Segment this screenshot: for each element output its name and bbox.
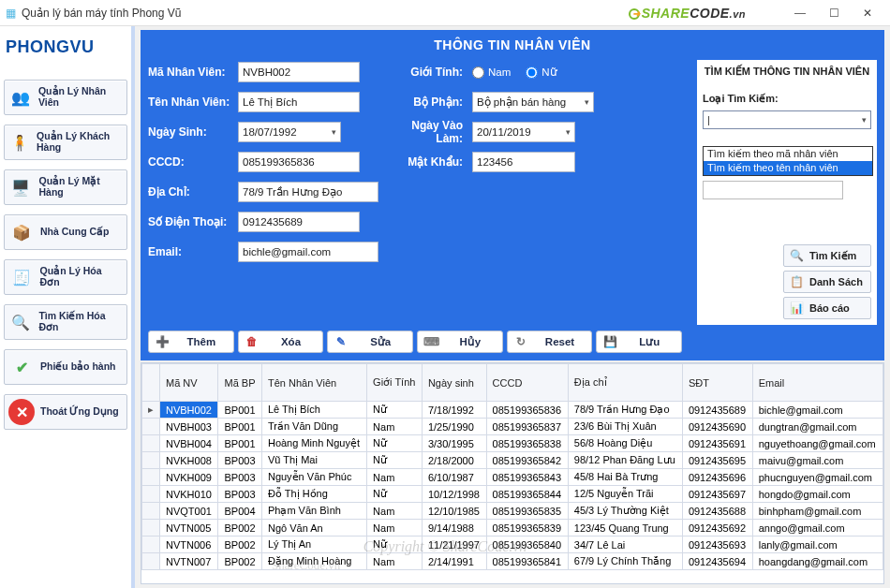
input-phone[interactable] bbox=[238, 212, 360, 232]
search-type-combo[interactable]: |▾ bbox=[703, 110, 871, 129]
table-row[interactable]: NVBH004BP001Hoàng Minh NguyệtNữ3/30/1995… bbox=[142, 435, 883, 452]
input-dob[interactable]: 18/07/1992▾ bbox=[238, 122, 341, 142]
input-addr[interactable] bbox=[238, 182, 378, 202]
staff-icon: 👥 bbox=[8, 84, 33, 110]
reset-icon: ↻ bbox=[513, 335, 528, 348]
sidebar-item-invoice[interactable]: 🧾Quản Lý Hóa Đơn bbox=[4, 259, 127, 295]
exit-icon: ✕ bbox=[8, 399, 35, 425]
titlebar: ▦ Quản lý bán máy tính Phong Vũ ➜SHARECO… bbox=[0, 0, 890, 26]
table-row[interactable]: NVTN007BP002Đặng Minh HoàngNam2/14/19910… bbox=[142, 553, 883, 570]
list-icon: 📋 bbox=[790, 275, 804, 288]
supplier-icon: 📦 bbox=[8, 219, 35, 245]
search-panel: TÌM KIẾM THÔNG TIN NHÂN VIÊN Loại Tìm Ki… bbox=[697, 60, 877, 325]
list-button[interactable]: 📋Danh Sách bbox=[783, 271, 871, 293]
table-row[interactable]: NVBH003BP001Trần Văn DũngNam1/25/1990085… bbox=[142, 419, 883, 435]
col-header[interactable]: Giới Tính bbox=[367, 364, 423, 402]
report-icon: 📊 bbox=[790, 301, 804, 315]
sharecode-logo: ➜SHARECODE.vn bbox=[629, 6, 746, 21]
label-addr: Địa Chỉ: bbox=[148, 185, 232, 198]
label-dob: Ngày Sinh: bbox=[148, 125, 232, 139]
delete-icon: 🗑 bbox=[245, 335, 260, 348]
radio-female[interactable]: Nữ bbox=[526, 66, 556, 79]
employee-grid[interactable]: Mã NVMã BPTên Nhân ViênGiới TínhNgày sin… bbox=[141, 362, 884, 584]
edit-button[interactable]: ✎Sửa bbox=[327, 331, 413, 353]
search-input[interactable] bbox=[703, 181, 843, 199]
chevron-down-icon: ▾ bbox=[585, 97, 589, 107]
col-header[interactable]: SĐT bbox=[682, 364, 752, 402]
product-icon: 🖥️ bbox=[8, 174, 34, 200]
select-dept[interactable]: Bộ phận bán hàng▾ bbox=[472, 92, 594, 112]
employee-panel: THÔNG TIN NHÂN VIÊN Mã Nhân Viên: Tên Nh… bbox=[141, 30, 884, 360]
label-name: Tên Nhân Viên: bbox=[148, 96, 232, 109]
invoice-icon: 🧾 bbox=[8, 264, 35, 290]
radio-male[interactable]: Nam bbox=[472, 66, 511, 79]
sidebar-item-product[interactable]: 🖥️Quản Lý Mặt Hàng bbox=[4, 169, 127, 205]
warranty-icon: ✔ bbox=[8, 354, 35, 380]
minimize-button[interactable]: — bbox=[783, 7, 817, 20]
search-type-label: Loại Tìm Kiếm: bbox=[703, 93, 871, 105]
search-invoice-icon: 🔍 bbox=[8, 309, 33, 335]
delete-button[interactable]: 🗑Xóa bbox=[238, 331, 324, 353]
col-header[interactable]: Email bbox=[752, 364, 883, 402]
sidebar-item-search-invoice[interactable]: 🔍Tìm Kiếm Hóa Đơn bbox=[4, 304, 127, 340]
col-header[interactable]: CCCD bbox=[486, 364, 568, 402]
chevron-down-icon: ▾ bbox=[566, 127, 571, 137]
table-row[interactable]: ▸NVBH002BP001Lê Thị BíchNữ7/18/199208519… bbox=[142, 402, 883, 419]
table-row[interactable]: NVTN006BP002Lý Thị AnNữ11/21/19970851993… bbox=[142, 537, 883, 553]
search-option-name[interactable]: Tìm kiếm theo tên nhân viên bbox=[704, 161, 872, 175]
window-title: Quản lý bán máy tính Phong Vũ bbox=[22, 7, 629, 20]
search-title: TÌM KIẾM THÔNG TIN NHÂN VIÊN bbox=[703, 66, 871, 78]
magnify-icon: 🔍 bbox=[790, 249, 804, 262]
reset-button[interactable]: ↻Reset bbox=[507, 331, 593, 353]
maximize-button[interactable]: ☐ bbox=[817, 7, 851, 20]
brand-logo: PHONGVU bbox=[4, 30, 127, 70]
save-icon: 💾 bbox=[602, 335, 617, 348]
sidebar-item-supplier[interactable]: 📦Nhà Cung Cấp bbox=[4, 214, 127, 250]
chevron-down-icon: ▾ bbox=[332, 127, 336, 137]
add-button[interactable]: ➕Thêm bbox=[148, 331, 234, 353]
label-email: Email: bbox=[148, 245, 232, 258]
sidebar-item-exit[interactable]: ✕Thoát Ứng Dụng bbox=[4, 394, 127, 430]
panel-title: THÔNG TIN NHÂN VIÊN bbox=[148, 36, 877, 60]
input-id[interactable] bbox=[238, 62, 360, 82]
chevron-down-icon: ▾ bbox=[862, 115, 867, 125]
edit-icon: ✎ bbox=[334, 335, 349, 348]
col-header[interactable]: Mã BP bbox=[218, 364, 261, 402]
cancel-button[interactable]: ⌨Hủy bbox=[417, 331, 503, 353]
report-button[interactable]: 📊Báo cáo bbox=[783, 297, 871, 319]
sidebar-item-staff[interactable]: 👥Quản Lý Nhân Viên bbox=[4, 80, 127, 115]
table-row[interactable]: NVKH008BP003Vũ Thị MaiNữ2/18/20000851993… bbox=[142, 452, 883, 469]
sidebar-item-customer[interactable]: 🧍Quản Lý Khách Hàng bbox=[4, 125, 127, 160]
app-icon: ▦ bbox=[6, 7, 16, 20]
col-header[interactable]: Tên Nhân Viên bbox=[261, 364, 366, 402]
col-header[interactable]: Mã NV bbox=[160, 364, 218, 402]
col-header[interactable]: Địa chỉ bbox=[568, 364, 682, 402]
search-type-dropdown[interactable]: Tìm kiếm theo mã nhân viên Tìm kiếm theo… bbox=[703, 146, 873, 176]
input-name[interactable] bbox=[238, 92, 360, 112]
search-option-code[interactable]: Tìm kiếm theo mã nhân viên bbox=[704, 147, 872, 161]
input-cccd[interactable] bbox=[238, 152, 360, 172]
close-button[interactable]: ✕ bbox=[851, 7, 884, 20]
table-row[interactable]: NVKH009BP003Nguyễn Văn PhúcNam6/10/19870… bbox=[142, 469, 883, 486]
input-hire[interactable]: 20/11/2019▾ bbox=[472, 122, 575, 142]
sidebar: PHONGVU 👥Quản Lý Nhân Viên 🧍Quản Lý Khác… bbox=[0, 26, 135, 588]
table-row[interactable]: NVTN005BP002Ngô Văn AnNam9/14/1988085199… bbox=[142, 520, 883, 537]
search-button[interactable]: 🔍Tìm Kiếm bbox=[783, 244, 871, 267]
label-dept: Bộ Phận: bbox=[382, 96, 467, 109]
input-pw[interactable] bbox=[472, 152, 575, 172]
input-email[interactable] bbox=[238, 242, 378, 262]
label-cccd: CCCD: bbox=[148, 155, 232, 169]
save-button[interactable]: 💾Lưu bbox=[596, 331, 682, 353]
cancel-icon: ⌨ bbox=[423, 335, 438, 348]
label-gender: Giới Tính: bbox=[382, 66, 467, 79]
col-header[interactable]: Ngày sinh bbox=[422, 364, 486, 402]
table-row[interactable]: NVQT001BP004Phạm Văn BìnhNam12/10/198508… bbox=[142, 503, 883, 520]
table-row[interactable]: NVKH010BP003Đỗ Thị HồngNữ10/12/199808519… bbox=[142, 486, 883, 503]
label-hire: Ngày Vào Làm: bbox=[382, 119, 467, 145]
label-id: Mã Nhân Viên: bbox=[148, 66, 232, 79]
add-icon: ➕ bbox=[155, 335, 170, 348]
customer-icon: 🧍 bbox=[8, 129, 31, 155]
col-header[interactable] bbox=[142, 364, 160, 402]
label-pw: Mật Khẩu: bbox=[382, 155, 467, 169]
sidebar-item-warranty[interactable]: ✔Phiếu bảo hành bbox=[4, 349, 127, 385]
